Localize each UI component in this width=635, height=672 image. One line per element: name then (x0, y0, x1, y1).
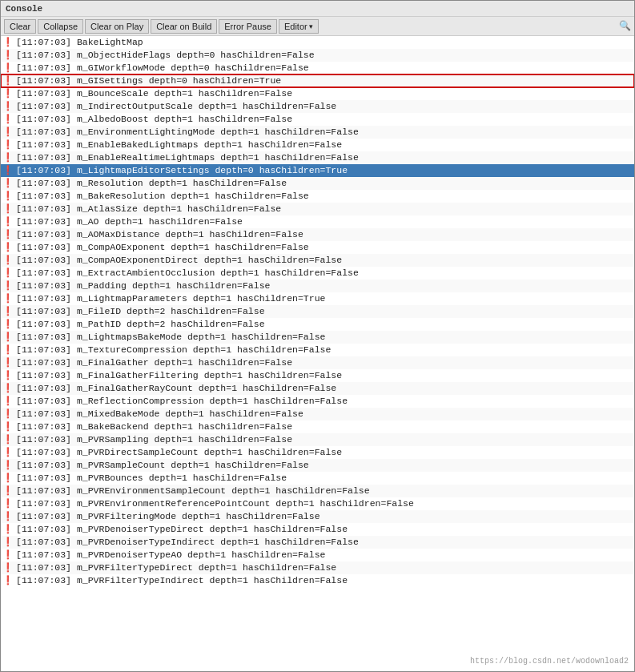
log-text: [11:07:03] m_ReflectionCompression depth… (16, 396, 348, 406)
log-line[interactable]: ❗[11:07:03] m_EnvironmentLightingMode de… (1, 126, 634, 139)
log-text: [11:07:03] m_IndirectOutputScale depth=1… (16, 101, 336, 111)
log-line[interactable]: ❗[11:07:03] m_ExtractAmbientOcclusion de… (1, 267, 634, 280)
log-text: [11:07:03] m_MixedBakeMode depth=1 hasCh… (16, 408, 303, 419)
log-text: [11:07:03] m_CompAOExponentDirect depth=… (16, 255, 342, 265)
log-line[interactable]: ❗[11:07:03] m_CompAOExponentDirect depth… (1, 254, 634, 267)
error-icon: ❗ (2, 88, 14, 99)
log-line[interactable]: ❗[11:07:03] m_PVREnvironmentReferencePoi… (1, 497, 634, 510)
log-text: [11:07:03] m_PVRSampleCount depth=1 hasC… (16, 460, 309, 470)
error-icon: ❗ (2, 37, 14, 47)
log-line[interactable]: ❗[11:07:03] m_EnableRealtimeLightmaps de… (1, 151, 634, 164)
log-line[interactable]: ❗[11:07:03] m_FinalGatherFiltering depth… (1, 369, 634, 382)
log-line[interactable]: ❗[11:07:03] m_PVRDenoiserTypeIndirect de… (1, 536, 634, 549)
log-line[interactable]: ❗[11:07:03] m_Padding depth=1 hasChildre… (1, 280, 634, 292)
editor-button[interactable]: Editor ▾ (279, 19, 319, 34)
log-line[interactable]: ❗[11:07:03] m_FinalGatherRayCount depth=… (1, 382, 634, 395)
log-line[interactable]: ❗[11:07:03] m_PVRDirectSampleCount depth… (1, 446, 634, 459)
error-icon: ❗ (2, 75, 14, 86)
log-line[interactable]: ❗[11:07:03] m_AtlasSize depth=1 hasChild… (1, 203, 634, 215)
error-icon: ❗ (2, 383, 14, 393)
log-line[interactable]: ❗[11:07:03] m_BakeResolution depth=1 has… (1, 190, 634, 203)
log-line[interactable]: ❗[11:07:03] m_ObjectHideFlags depth=0 ha… (1, 49, 634, 62)
log-line[interactable]: ❗[11:07:03] m_FileID depth=2 hasChildren… (1, 305, 634, 318)
log-line[interactable]: ❗[11:07:03] m_AlbedoBoost depth=1 hasChi… (1, 113, 634, 126)
log-line[interactable]: ❗[11:07:03] m_GIWorkflowMode depth=0 has… (1, 62, 634, 74)
log-text: [11:07:03] m_CompAOExponent depth=1 hasC… (16, 242, 309, 252)
log-line[interactable]: ❗[11:07:03] m_PathID depth=2 hasChildren… (1, 318, 634, 331)
log-line[interactable]: ❗[11:07:03] m_LightmapEditorSettings dep… (1, 164, 634, 177)
error-icon: ❗ (2, 293, 14, 304)
log-text: [11:07:03] m_EnvironmentLightingMode dep… (16, 127, 359, 137)
log-text: [11:07:03] m_PVRFilterTypeIndirect depth… (16, 575, 348, 585)
clear-on-play-button[interactable]: Clear on Play (85, 19, 149, 34)
log-line[interactable]: ❗[11:07:03] BakeLightMap (1, 36, 634, 49)
log-line[interactable]: ❗[11:07:03] m_BakeBackend depth=1 hasChi… (1, 421, 634, 433)
log-line[interactable]: ❗[11:07:03] m_PVRSampling depth=1 hasChi… (1, 433, 634, 446)
log-text: [11:07:03] m_ObjectHideFlags depth=0 has… (16, 50, 315, 60)
log-line[interactable]: ❗[11:07:03] m_MixedBakeMode depth=1 hasC… (1, 408, 634, 421)
error-icon: ❗ (2, 434, 14, 445)
error-icon: ❗ (2, 268, 14, 278)
log-line[interactable]: ❗[11:07:03] m_AO depth=1 hasChildren=Fal… (1, 215, 634, 228)
log-line[interactable]: ❗[11:07:03] m_CompAOExponent depth=1 has… (1, 241, 634, 254)
error-icon: ❗ (2, 421, 14, 432)
log-text: [11:07:03] m_ExtractAmbientOcclusion dep… (16, 268, 359, 278)
log-text: [11:07:03] m_PVREnvironmentReferencePoin… (16, 498, 414, 509)
log-text: [11:07:03] BakeLightMap (16, 37, 143, 47)
log-text: [11:07:03] m_BounceScale depth=1 hasChil… (16, 88, 292, 99)
log-text: [11:07:03] m_FinalGather depth=1 hasChil… (16, 357, 292, 368)
error-icon: ❗ (2, 485, 14, 496)
error-icon: ❗ (2, 152, 14, 163)
clear-on-build-button[interactable]: Clear on Build (151, 19, 217, 34)
error-icon: ❗ (2, 473, 14, 483)
error-icon: ❗ (2, 139, 14, 150)
console-window: Console Clear Collapse Clear on Play Cle… (0, 0, 635, 672)
log-line[interactable]: ❗[11:07:03] m_PVRBounces depth=1 hasChil… (1, 472, 634, 485)
log-line[interactable]: ❗[11:07:03] m_LightmapsBakeMode depth=1 … (1, 331, 634, 344)
log-text: [11:07:03] m_PVREnvironmentSampleCount d… (16, 485, 370, 496)
console-log-area[interactable]: ❗[11:07:03] BakeLightMap❗[11:07:03] m_Ob… (1, 36, 634, 671)
log-line[interactable]: ❗[11:07:03] m_TextureCompression depth=1… (1, 344, 634, 356)
log-text: [11:07:03] m_Padding depth=1 hasChildren… (16, 280, 270, 291)
log-line[interactable]: ❗[11:07:03] m_PVRFilterTypeIndirect dept… (1, 574, 634, 587)
log-line[interactable]: ❗[11:07:03] m_BounceScale depth=1 hasChi… (1, 87, 634, 100)
error-icon: ❗ (2, 306, 14, 316)
log-text: [11:07:03] m_LightmapEditorSettings dept… (16, 165, 348, 175)
search-icon[interactable]: 🔍 (619, 20, 631, 32)
error-icon: ❗ (2, 562, 14, 573)
error-icon: ❗ (2, 229, 14, 239)
log-line[interactable]: ❗[11:07:03] m_FinalGather depth=1 hasChi… (1, 356, 634, 369)
log-text: [11:07:03] m_PathID depth=2 hasChildren=… (16, 319, 265, 329)
log-text: [11:07:03] m_Resolution depth=1 hasChild… (16, 178, 287, 188)
log-line[interactable]: ❗[11:07:03] m_PVRDenoiserTypeAO depth=1 … (1, 549, 634, 561)
log-text: [11:07:03] m_PVRFilteringMode depth=1 ha… (16, 511, 320, 521)
log-text: [11:07:03] m_AO depth=1 hasChildren=Fals… (16, 216, 243, 227)
error-icon: ❗ (2, 114, 14, 124)
log-line[interactable]: ❗[11:07:03] m_ReflectionCompression dept… (1, 395, 634, 408)
error-icon: ❗ (2, 396, 14, 406)
log-line[interactable]: ❗[11:07:03] m_PVRFilteringMode depth=1 h… (1, 510, 634, 523)
error-icon: ❗ (2, 255, 14, 265)
log-line[interactable]: ❗[11:07:03] m_Resolution depth=1 hasChil… (1, 177, 634, 190)
log-line[interactable]: ❗[11:07:03] m_PVRSampleCount depth=1 has… (1, 459, 634, 472)
log-text: [11:07:03] m_PVRDenoiserTypeDirect depth… (16, 524, 348, 534)
log-text: [11:07:03] m_BakeResolution depth=1 hasC… (16, 191, 309, 201)
log-line[interactable]: ❗[11:07:03] m_GISettings depth=0 hasChil… (1, 74, 634, 87)
log-line[interactable]: ❗[11:07:03] m_EnableBakedLightmaps depth… (1, 139, 634, 151)
log-text: [11:07:03] m_LightmapsBakeMode depth=1 h… (16, 332, 325, 342)
log-line[interactable]: ❗[11:07:03] m_PVRFilterTypeDirect depth=… (1, 561, 634, 574)
error-pause-button[interactable]: Error Pause (219, 19, 277, 34)
log-text: [11:07:03] m_PVRDenoiserTypeAO depth=1 h… (16, 549, 325, 560)
error-icon: ❗ (2, 62, 14, 73)
log-line[interactable]: ❗[11:07:03] m_AOMaxDistance depth=1 hasC… (1, 228, 634, 241)
clear-button[interactable]: Clear (4, 19, 36, 34)
log-line[interactable]: ❗[11:07:03] m_LightmapParameters depth=1… (1, 292, 634, 305)
error-icon: ❗ (2, 511, 14, 521)
log-text: [11:07:03] m_AOMaxDistance depth=1 hasCh… (16, 229, 303, 239)
log-line[interactable]: ❗[11:07:03] m_IndirectOutputScale depth=… (1, 100, 634, 113)
collapse-button[interactable]: Collapse (38, 19, 83, 34)
title-text: Console (6, 4, 42, 14)
editor-label: Editor (284, 22, 307, 31)
log-line[interactable]: ❗[11:07:03] m_PVREnvironmentSampleCount … (1, 485, 634, 497)
log-line[interactable]: ❗[11:07:03] m_PVRDenoiserTypeDirect dept… (1, 523, 634, 536)
